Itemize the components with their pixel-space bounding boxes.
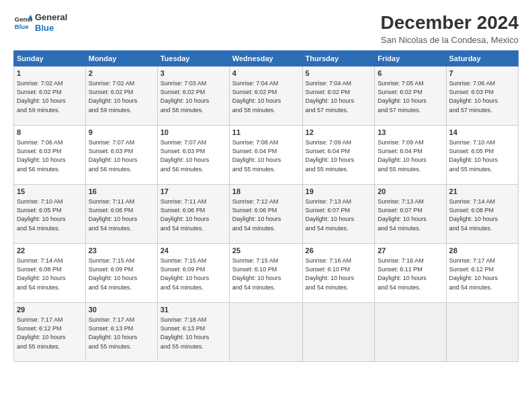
header: General Blue General Blue December 2024 … (13, 12, 519, 45)
day-number: 5 (306, 68, 372, 79)
day-info: Sunrise: 7:13 AM Sunset: 6:07 PM Dayligh… (306, 197, 372, 232)
header-row: Sunday Monday Tuesday Wednesday Thursday… (14, 51, 519, 66)
day-number: 3 (161, 68, 226, 79)
day-info: Sunrise: 7:15 AM Sunset: 6:09 PM Dayligh… (89, 257, 154, 291)
col-friday: Friday (375, 51, 446, 66)
day-cell: 15Sunrise: 7:10 AM Sunset: 6:05 PM Dayli… (14, 185, 86, 244)
day-number: 26 (306, 246, 372, 256)
day-info: Sunrise: 7:15 AM Sunset: 6:09 PM Dayligh… (161, 257, 226, 291)
col-saturday: Saturday (446, 51, 518, 66)
day-info: Sunrise: 7:15 AM Sunset: 6:10 PM Dayligh… (232, 257, 300, 291)
day-number: 28 (449, 246, 515, 256)
day-number: 13 (378, 128, 443, 138)
col-tuesday: Tuesday (157, 51, 229, 66)
day-cell: 1Sunrise: 7:02 AM Sunset: 6:02 PM Daylig… (14, 66, 86, 126)
calendar-page: General Blue General Blue December 2024 … (0, 0, 532, 411)
svg-marker-3 (30, 18, 33, 21)
day-info: Sunrise: 7:02 AM Sunset: 6:02 PM Dayligh… (89, 79, 154, 114)
day-number: 29 (17, 305, 83, 315)
day-number: 8 (17, 128, 83, 138)
day-info: Sunrise: 7:16 AM Sunset: 6:10 PM Dayligh… (306, 257, 372, 291)
day-number: 2 (89, 68, 154, 79)
day-info: Sunrise: 7:14 AM Sunset: 6:08 PM Dayligh… (449, 197, 515, 232)
day-number: 9 (89, 128, 154, 138)
week-row-2: 8Sunrise: 7:06 AM Sunset: 6:03 PM Daylig… (14, 126, 519, 185)
day-info: Sunrise: 7:06 AM Sunset: 6:03 PM Dayligh… (449, 79, 515, 114)
day-cell: 28Sunrise: 7:17 AM Sunset: 6:12 PM Dayli… (446, 244, 518, 303)
day-info: Sunrise: 7:04 AM Sunset: 6:02 PM Dayligh… (306, 79, 372, 114)
day-number: 21 (449, 187, 515, 197)
day-info: Sunrise: 7:17 AM Sunset: 6:13 PM Dayligh… (89, 316, 154, 351)
day-number: 18 (232, 187, 300, 197)
day-number: 14 (449, 128, 515, 138)
day-cell: 12Sunrise: 7:09 AM Sunset: 6:04 PM Dayli… (302, 126, 375, 185)
day-number: 19 (306, 187, 372, 197)
day-number: 1 (17, 68, 83, 79)
day-cell: 26Sunrise: 7:16 AM Sunset: 6:10 PM Dayli… (302, 244, 375, 303)
day-number: 17 (161, 187, 226, 197)
day-info: Sunrise: 7:14 AM Sunset: 6:08 PM Dayligh… (17, 257, 83, 291)
day-cell: 17Sunrise: 7:11 AM Sunset: 6:06 PM Dayli… (157, 185, 229, 244)
day-cell (375, 303, 446, 362)
month-title: December 2024 (381, 12, 519, 34)
day-cell: 24Sunrise: 7:15 AM Sunset: 6:09 PM Dayli… (157, 244, 229, 303)
day-info: Sunrise: 7:08 AM Sunset: 6:04 PM Dayligh… (232, 138, 300, 173)
day-number: 22 (17, 246, 83, 256)
logo-icon: General Blue (13, 13, 32, 32)
day-number: 16 (89, 187, 154, 197)
col-thursday: Thursday (302, 51, 375, 66)
day-info: Sunrise: 7:10 AM Sunset: 6:05 PM Dayligh… (449, 138, 515, 173)
day-cell: 9Sunrise: 7:07 AM Sunset: 6:03 PM Daylig… (85, 126, 157, 185)
day-cell: 22Sunrise: 7:14 AM Sunset: 6:08 PM Dayli… (14, 244, 86, 303)
calendar-body: 1Sunrise: 7:02 AM Sunset: 6:02 PM Daylig… (14, 66, 519, 362)
day-cell: 18Sunrise: 7:12 AM Sunset: 6:06 PM Dayli… (229, 185, 302, 244)
day-number: 27 (378, 246, 443, 256)
day-cell: 30Sunrise: 7:17 AM Sunset: 6:13 PM Dayli… (85, 303, 157, 362)
day-cell: 16Sunrise: 7:11 AM Sunset: 6:06 PM Dayli… (85, 185, 157, 244)
day-cell: 13Sunrise: 7:09 AM Sunset: 6:04 PM Dayli… (375, 126, 446, 185)
day-number: 12 (306, 128, 372, 138)
calendar-table: Sunday Monday Tuesday Wednesday Thursday… (13, 50, 519, 362)
day-cell: 14Sunrise: 7:10 AM Sunset: 6:05 PM Dayli… (446, 126, 518, 185)
day-info: Sunrise: 7:11 AM Sunset: 6:06 PM Dayligh… (89, 197, 154, 232)
logo-text-blue: Blue (35, 23, 67, 34)
day-info: Sunrise: 7:07 AM Sunset: 6:03 PM Dayligh… (161, 138, 226, 173)
day-info: Sunrise: 7:10 AM Sunset: 6:05 PM Dayligh… (17, 197, 83, 232)
day-number: 10 (161, 128, 226, 138)
day-number: 25 (232, 246, 300, 256)
day-info: Sunrise: 7:09 AM Sunset: 6:04 PM Dayligh… (378, 138, 443, 173)
svg-text:Blue: Blue (15, 22, 29, 30)
day-cell: 6Sunrise: 7:05 AM Sunset: 6:02 PM Daylig… (375, 66, 446, 126)
logo-text-general: General (35, 12, 67, 23)
day-info: Sunrise: 7:18 AM Sunset: 6:13 PM Dayligh… (161, 316, 226, 351)
day-info: Sunrise: 7:16 AM Sunset: 6:11 PM Dayligh… (378, 257, 443, 291)
day-cell (446, 303, 518, 362)
day-cell (229, 303, 302, 362)
day-number: 4 (232, 68, 300, 79)
day-cell: 23Sunrise: 7:15 AM Sunset: 6:09 PM Dayli… (85, 244, 157, 303)
day-cell: 7Sunrise: 7:06 AM Sunset: 6:03 PM Daylig… (446, 66, 518, 126)
day-info: Sunrise: 7:04 AM Sunset: 6:02 PM Dayligh… (232, 79, 300, 114)
week-row-5: 29Sunrise: 7:17 AM Sunset: 6:12 PM Dayli… (14, 303, 519, 362)
col-sunday: Sunday (14, 51, 86, 66)
day-number: 11 (232, 128, 300, 138)
day-info: Sunrise: 7:17 AM Sunset: 6:12 PM Dayligh… (449, 257, 515, 291)
day-cell: 27Sunrise: 7:16 AM Sunset: 6:11 PM Dayli… (375, 244, 446, 303)
day-info: Sunrise: 7:12 AM Sunset: 6:06 PM Dayligh… (232, 197, 300, 232)
day-number: 31 (161, 305, 226, 315)
day-cell: 31Sunrise: 7:18 AM Sunset: 6:13 PM Dayli… (157, 303, 229, 362)
day-number: 6 (378, 68, 443, 79)
day-cell: 21Sunrise: 7:14 AM Sunset: 6:08 PM Dayli… (446, 185, 518, 244)
day-number: 15 (17, 187, 83, 197)
day-info: Sunrise: 7:07 AM Sunset: 6:03 PM Dayligh… (89, 138, 154, 173)
week-row-4: 22Sunrise: 7:14 AM Sunset: 6:08 PM Dayli… (14, 244, 519, 303)
day-info: Sunrise: 7:17 AM Sunset: 6:12 PM Dayligh… (17, 316, 83, 351)
day-number: 23 (89, 246, 154, 256)
location: San Nicolas de la Condesa, Mexico (381, 35, 519, 45)
day-cell (302, 303, 375, 362)
day-cell: 10Sunrise: 7:07 AM Sunset: 6:03 PM Dayli… (157, 126, 229, 185)
day-cell: 2Sunrise: 7:02 AM Sunset: 6:02 PM Daylig… (85, 66, 157, 126)
day-cell: 25Sunrise: 7:15 AM Sunset: 6:10 PM Dayli… (229, 244, 302, 303)
week-row-3: 15Sunrise: 7:10 AM Sunset: 6:05 PM Dayli… (14, 185, 519, 244)
day-info: Sunrise: 7:11 AM Sunset: 6:06 PM Dayligh… (161, 197, 226, 232)
